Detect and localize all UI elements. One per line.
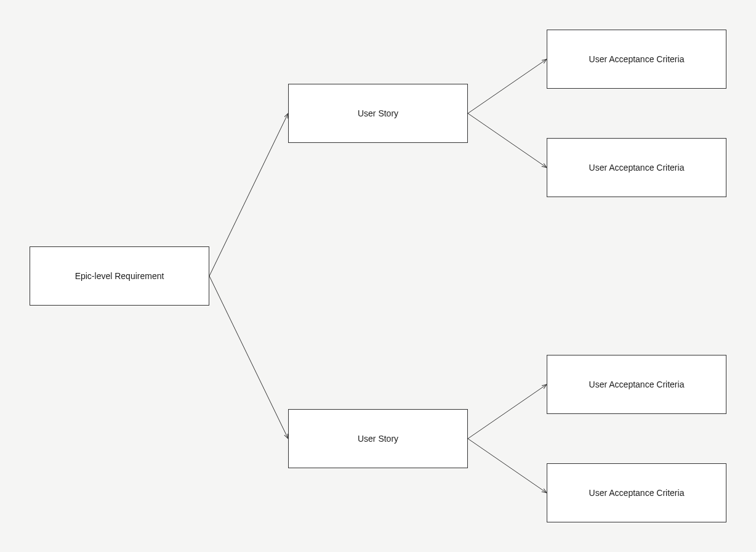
epic-node: Epic-level Requirement (30, 246, 209, 306)
uac-3-label: User Acceptance Criteria (584, 380, 690, 389)
user-story-node-1: User Story (288, 84, 468, 143)
edge-story2-to-uac4 (468, 439, 547, 493)
edge-epic-to-story1 (209, 113, 288, 276)
edge-epic-to-story2 (209, 276, 288, 439)
diagram-canvas: Epic-level Requirement User Story User S… (0, 0, 756, 552)
edge-story1-to-uac2 (468, 113, 547, 168)
user-story-2-label: User Story (353, 434, 403, 444)
uac-1-label: User Acceptance Criteria (584, 54, 690, 64)
epic-label: Epic-level Requirement (70, 271, 169, 281)
uac-node-1: User Acceptance Criteria (547, 30, 726, 89)
uac-2-label: User Acceptance Criteria (584, 163, 690, 172)
edge-story1-to-uac1 (468, 59, 547, 113)
uac-node-2: User Acceptance Criteria (547, 138, 726, 197)
user-story-node-2: User Story (288, 409, 468, 468)
user-story-1-label: User Story (353, 108, 403, 118)
edge-story2-to-uac3 (468, 384, 547, 439)
uac-node-4: User Acceptance Criteria (547, 463, 726, 522)
uac-node-3: User Acceptance Criteria (547, 355, 726, 414)
uac-4-label: User Acceptance Criteria (584, 488, 690, 498)
